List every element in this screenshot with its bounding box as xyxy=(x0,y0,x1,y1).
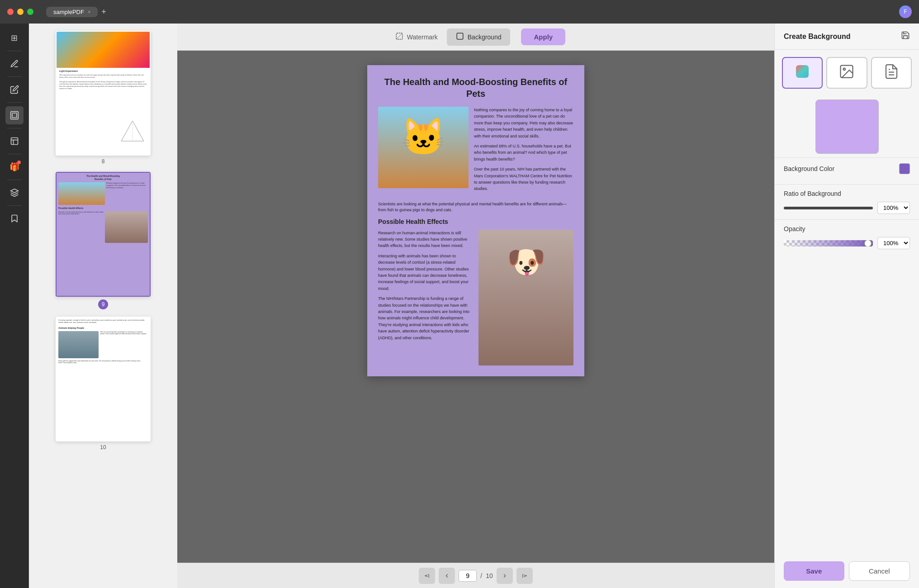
title-bar: samplePDF × + F xyxy=(0,0,919,24)
cancel-button[interactable]: Cancel xyxy=(849,561,910,581)
background-label: Background xyxy=(468,33,502,41)
dogs-image: 🐶 xyxy=(478,230,573,365)
minimize-traffic-light[interactable] xyxy=(17,9,24,15)
top-toolbar: Watermark Background Apply xyxy=(177,24,774,51)
watermark-label: Watermark xyxy=(407,33,438,41)
divider-7 xyxy=(7,205,22,206)
svg-point-16 xyxy=(843,68,846,71)
watermark-icon xyxy=(395,32,403,42)
color-preview-area xyxy=(775,96,919,157)
add-tab-button[interactable]: + xyxy=(101,7,106,17)
thumb8-diagram xyxy=(119,119,146,146)
annotation-icon[interactable] xyxy=(5,81,24,99)
pdf-page: The Health and Mood-Boosting Benefits of… xyxy=(367,65,584,376)
opacity-slider-row: 100% 75% 50% 25% xyxy=(784,237,910,249)
right-panel-title: Create Background xyxy=(784,33,851,41)
page-num-9: 9 xyxy=(98,299,108,309)
panel-bottom-buttons: Save Cancel xyxy=(775,554,919,588)
ratio-label: Ratio of Background xyxy=(784,190,841,197)
right-panel-header: Create Background xyxy=(775,24,919,50)
thumbnail-box-8: Light Experiment This experiment can be … xyxy=(56,31,151,156)
page-num-8: 8 xyxy=(102,158,105,165)
thumbnail-box-9: The Health and Mood-BoostingBenefits of … xyxy=(56,172,151,297)
last-page-button[interactable] xyxy=(516,568,533,584)
total-pages: 10 xyxy=(486,572,493,579)
maximize-traffic-light[interactable] xyxy=(27,9,33,15)
bg-type-image-tab[interactable] xyxy=(826,57,867,89)
panel-save-icon[interactable] xyxy=(901,31,910,42)
first-page-button[interactable] xyxy=(419,568,435,584)
bg-color-label: Background Color xyxy=(784,165,834,172)
thumbnail-preview-9: The Health and Mood-BoostingBenefits of … xyxy=(57,173,150,296)
divider-2 xyxy=(7,76,22,77)
thumbnail-preview-10: It is being important, enough to look fo… xyxy=(57,318,150,441)
tab-title: samplePDF xyxy=(53,9,84,15)
svg-rect-11 xyxy=(457,33,463,39)
opacity-value-select[interactable]: 100% 75% 50% 25% xyxy=(877,237,910,249)
opacity-section: Opacity 100% 75% 50% 25% xyxy=(775,219,919,255)
page-num-10: 10 xyxy=(100,444,106,450)
ratio-slider-fill xyxy=(784,207,873,209)
layers-icon[interactable] xyxy=(5,184,24,202)
bg-type-file-tab[interactable] xyxy=(871,57,912,89)
bottom-nav: 9 / 10 xyxy=(177,563,774,588)
pdf-separator: Scientists are looking at what the poten… xyxy=(378,201,573,213)
thumbnail-item-8[interactable]: Light Experiment This experiment can be … xyxy=(56,31,151,165)
gift-icon[interactable]: 🎁 xyxy=(5,158,24,176)
prev-page-button[interactable] xyxy=(439,568,455,584)
traffic-lights xyxy=(7,9,33,15)
svg-marker-5 xyxy=(10,189,18,193)
thumbnail-item-10[interactable]: It is being important, enough to look fo… xyxy=(56,317,151,450)
color-gradient-icon xyxy=(794,63,810,82)
bg-type-color-tab[interactable] xyxy=(782,57,823,89)
thumb8-image xyxy=(57,32,150,68)
ratio-value-select[interactable]: 100% 75% 50% 25% xyxy=(877,202,910,214)
svg-line-8 xyxy=(133,121,139,134)
opacity-thumb[interactable] xyxy=(864,240,872,247)
svg-rect-1 xyxy=(12,113,17,118)
watermark-tab[interactable]: Watermark xyxy=(386,28,447,46)
color-indicator[interactable] xyxy=(899,163,910,174)
pages-icon[interactable] xyxy=(5,132,24,150)
opacity-slider-track[interactable] xyxy=(784,240,873,247)
thumbnail-panel-icon[interactable]: ⊞ xyxy=(5,29,24,47)
divider-1 xyxy=(7,51,22,51)
thumb10-cat-img xyxy=(58,331,99,358)
pdf-title: The Health and Mood-Boosting Benefits of… xyxy=(378,76,573,100)
thumbnail-item-9[interactable]: The Health and Mood-BoostingBenefits of … xyxy=(56,172,151,309)
thumbnail-panel: Light Experiment This experiment can be … xyxy=(29,24,177,588)
image-type-icon xyxy=(838,63,855,82)
ratio-slider-row: 100% 75% 50% 25% xyxy=(784,202,910,214)
opacity-slider-fill xyxy=(784,240,873,247)
bookmark-icon[interactable] xyxy=(5,209,24,228)
svg-rect-2 xyxy=(11,138,18,145)
ratio-section: Ratio of Background 100% 75% 50% 25% xyxy=(775,184,919,219)
color-swatch-preview xyxy=(815,100,879,154)
pen-icon[interactable] xyxy=(5,55,24,73)
svg-rect-14 xyxy=(796,65,809,78)
document-tab[interactable]: samplePDF × xyxy=(46,7,98,17)
left-toolbar: ⊞ xyxy=(0,24,29,588)
thumb9-dogs-img xyxy=(105,211,148,243)
right-panel: Create Background xyxy=(774,24,919,588)
tab-bar: samplePDF × + xyxy=(46,7,106,17)
pdf-section2-title: Possible Health Effects xyxy=(378,218,573,225)
pdf-viewer[interactable]: The Health and Mood-Boosting Benefits of… xyxy=(177,51,774,563)
file-type-icon xyxy=(883,63,900,82)
background-icon[interactable] xyxy=(5,106,24,124)
close-traffic-light[interactable] xyxy=(7,9,14,15)
cat-image: 🐱 xyxy=(378,107,469,188)
save-button[interactable]: Save xyxy=(784,561,844,581)
next-page-button[interactable] xyxy=(497,568,513,584)
ratio-slider-track[interactable] xyxy=(784,207,873,209)
pdf-article-top: 🐱 Nothing compares to the joy of coming … xyxy=(378,107,573,196)
opacity-header: Opacity xyxy=(784,225,910,232)
apply-button[interactable]: Apply xyxy=(521,28,565,45)
avatar: F xyxy=(899,5,912,18)
tab-close-icon[interactable]: × xyxy=(88,9,90,14)
background-tab[interactable]: Background xyxy=(447,28,511,46)
pdf-intro-text: Nothing compares to the joy of coming ho… xyxy=(474,107,573,196)
page-number-input[interactable]: 9 xyxy=(459,570,477,582)
opacity-label: Opacity xyxy=(784,225,805,232)
svg-line-10 xyxy=(396,33,403,39)
